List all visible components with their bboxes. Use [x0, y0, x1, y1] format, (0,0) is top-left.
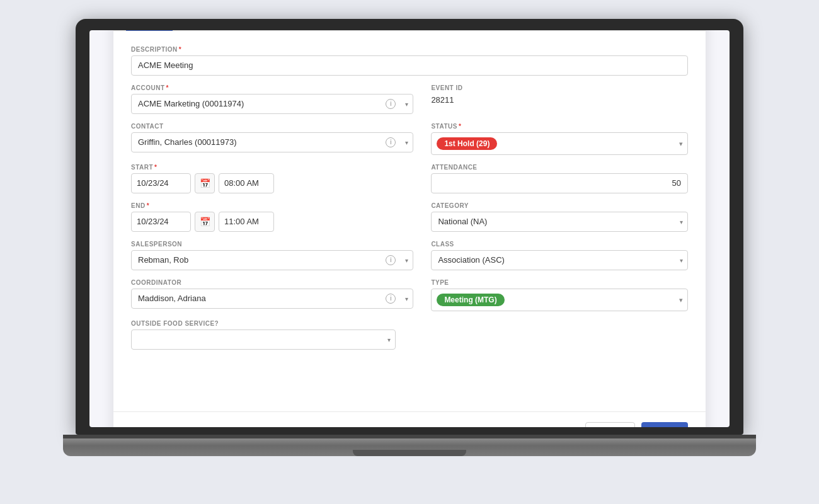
account-col: ACCOUNT* ACME Marketing (00011974) i ▾: [131, 84, 413, 114]
outside-food-label: OUTSIDE FOOD SERVICE?: [131, 320, 396, 327]
class-select-wrapper: Association (ASC) ▾: [431, 250, 688, 270]
account-label: ACCOUNT*: [131, 84, 413, 91]
start-time-input[interactable]: [219, 173, 274, 193]
end-col: END* 📅: [131, 202, 413, 232]
category-select-wrapper: National (NA) ▾: [431, 212, 688, 232]
class-col: CLASS Association (ASC) ▾: [431, 241, 688, 270]
contact-status-row: CONTACT Griffin, Charles (00011973) i ▾: [131, 123, 688, 155]
contact-info-icon[interactable]: i: [386, 137, 396, 147]
tab-activities[interactable]: Activities: [266, 30, 316, 31]
start-date-input[interactable]: [131, 173, 191, 193]
coordinator-type-row: COORDINATOR Maddison, Adriana i ▾ TYPE: [131, 279, 688, 311]
start-datetime-row: 📅: [131, 173, 413, 193]
attendance-col: ATTENDANCE: [431, 164, 688, 193]
status-label: STATUS*: [431, 123, 688, 130]
attendance-input[interactable]: [431, 173, 688, 193]
salesperson-label: SALESPERSON: [131, 241, 413, 248]
event-id-value: 28211: [431, 94, 688, 105]
tab-room-diagrams[interactable]: Room Diagrams: [317, 30, 394, 31]
form-content: DESCRIPTION* ACCOUNT* ACME Mark: [113, 31, 706, 411]
start-label: START*: [131, 164, 413, 171]
category-select[interactable]: National (NA): [431, 212, 688, 232]
description-field: DESCRIPTION*: [131, 46, 688, 76]
status-select[interactable]: 1st Hold (29): [431, 132, 688, 155]
laptop-base: [63, 438, 756, 456]
tab-documents[interactable]: Documents: [394, 30, 453, 31]
tab-service-orders[interactable]: Service Orders: [545, 30, 617, 31]
tab-invoices[interactable]: Invoices: [699, 30, 706, 31]
end-date-input[interactable]: [131, 212, 191, 232]
account-select[interactable]: ACME Marketing (00011974): [131, 94, 413, 114]
coordinator-info-icon[interactable]: i: [386, 294, 396, 304]
coordinator-select-wrapper: Maddison, Adriana i ▾: [131, 289, 413, 309]
class-select[interactable]: Association (ASC): [431, 250, 688, 270]
account-info-icon[interactable]: i: [386, 99, 396, 109]
description-input[interactable]: [131, 55, 688, 76]
app-window: General Details Bookings Activities Room…: [113, 30, 706, 427]
start-calendar-icon[interactable]: 📅: [195, 173, 215, 193]
tab-work-order-items[interactable]: Work Order Items: [617, 30, 699, 31]
description-label: DESCRIPTION*: [131, 46, 688, 53]
account-eventid-row: ACCOUNT* ACME Marketing (00011974) i ▾: [131, 84, 688, 114]
contact-select-wrapper: Griffin, Charles (00011973) i ▾: [131, 132, 413, 152]
salesperson-class-row: SALESPERSON Rebman, Rob i ▾ CLASS: [131, 241, 688, 270]
category-col: CATEGORY National (NA) ▾: [431, 202, 688, 232]
status-badge: 1st Hold (29): [437, 137, 497, 150]
end-calendar-icon[interactable]: 📅: [195, 212, 215, 232]
tab-functions[interactable]: Functions: [452, 30, 505, 31]
event-id-label: EVENT ID: [431, 84, 688, 91]
salesperson-select[interactable]: Rebman, Rob: [131, 250, 413, 270]
status-col: STATUS* 1st Hold (29) ▾: [431, 123, 688, 155]
class-label: CLASS: [431, 241, 688, 248]
event-id-col: EVENT ID 28211: [431, 84, 688, 114]
contact-col: CONTACT Griffin, Charles (00011973) i ▾: [131, 123, 413, 155]
form-footer: Edit Layout Cancel Save: [113, 411, 706, 428]
type-col: TYPE Meeting (MTG) ▾: [431, 279, 688, 311]
salesperson-info-icon[interactable]: i: [386, 255, 396, 265]
end-time-input[interactable]: [219, 212, 274, 232]
save-button[interactable]: Save: [641, 422, 688, 428]
account-select-wrapper: ACME Marketing (00011974) i ▾: [131, 94, 413, 114]
tab-general[interactable]: General: [126, 30, 173, 31]
start-attendance-row: START* 📅 ATTENDANCE: [131, 164, 688, 193]
start-col: START* 📅: [131, 164, 413, 193]
tabs-bar: General Details Bookings Activities Room…: [113, 30, 706, 31]
outside-food-field: OUTSIDE FOOD SERVICE? ▾: [131, 320, 396, 350]
salesperson-select-wrapper: Rebman, Rob i ▾: [131, 250, 413, 270]
salesperson-col: SALESPERSON Rebman, Rob i ▾: [131, 241, 413, 270]
contact-select[interactable]: Griffin, Charles (00011973): [131, 132, 413, 152]
end-label: END*: [131, 202, 413, 209]
outside-food-select[interactable]: [131, 329, 396, 350]
coordinator-col: COORDINATOR Maddison, Adriana i ▾: [131, 279, 413, 311]
end-category-row: END* 📅 CATEGORY: [131, 202, 688, 232]
cancel-button[interactable]: Cancel: [585, 422, 634, 428]
outside-food-select-wrapper: ▾: [131, 329, 396, 350]
type-select[interactable]: Meeting (MTG): [431, 289, 688, 311]
type-select-wrapper: Meeting (MTG) ▾: [431, 289, 688, 311]
footer-buttons: Cancel Save: [585, 422, 688, 428]
type-label: TYPE: [431, 279, 688, 286]
coordinator-label: COORDINATOR: [131, 279, 413, 286]
tab-bookings[interactable]: Bookings: [215, 30, 266, 31]
contact-label: CONTACT: [131, 123, 413, 130]
end-datetime-row: 📅: [131, 212, 413, 232]
coordinator-select[interactable]: Maddison, Adriana: [131, 289, 413, 309]
attendance-label: ATTENDANCE: [431, 164, 688, 171]
category-label: CATEGORY: [431, 202, 688, 209]
tab-notes[interactable]: Notes: [506, 30, 545, 31]
type-badge: Meeting (MTG): [437, 294, 504, 306]
status-select-wrapper: 1st Hold (29) ▾: [431, 132, 688, 155]
tab-details[interactable]: Details: [173, 30, 215, 31]
